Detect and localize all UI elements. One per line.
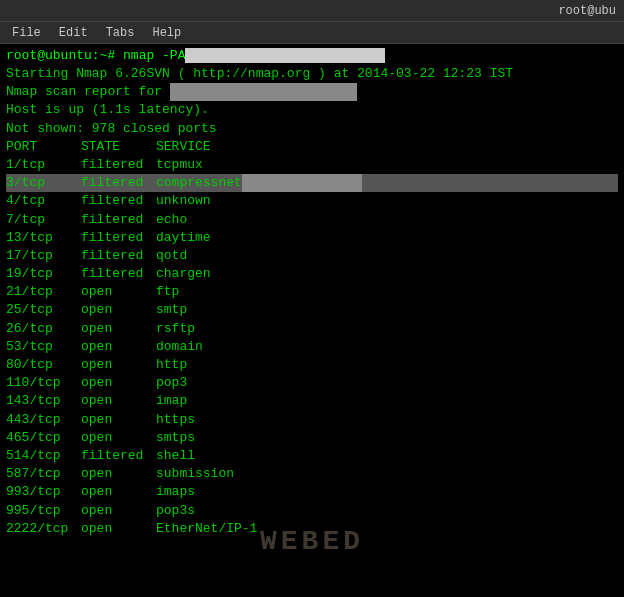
table-row: 993/tcpopenimaps [6,483,618,501]
table-row: 80/tcpopenhttp [6,356,618,374]
table-row: 17/tcpfilteredqotd [6,247,618,265]
table-row: 21/tcpopenftp [6,283,618,301]
prompt-text: root@ubuntu:~# [6,48,123,63]
output-line-redacted: Nmap scan report for [6,83,618,101]
output-line: Host is up (1.1s latency). [6,101,618,119]
table-row: 514/tcpfilteredshell [6,447,618,465]
command-arg-redacted [185,48,385,63]
title-bar-text: root@ubu [558,4,616,18]
output-line: Not shown: 978 closed ports [6,120,618,138]
menu-tabs[interactable]: Tabs [98,24,143,42]
prompt-line: root@ubuntu:~# nmap -PA [6,48,618,63]
table-row: 3/tcpfilteredcompressnet [6,174,618,192]
table-row: 465/tcpopensmtps [6,429,618,447]
menu-bar: File Edit Tabs Help [0,22,624,44]
menu-file[interactable]: File [4,24,49,42]
title-bar: root@ubu [0,0,624,22]
table-row: 7/tcpfilteredecho [6,211,618,229]
redacted-cell [242,174,362,192]
table-header: PORTSTATESERVICE [6,138,618,156]
table-row: 110/tcpopenpop3 [6,374,618,392]
table-row: 2222/tcpopenEtherNet/IP-1 [6,520,618,538]
table-row: 443/tcpopenhttps [6,411,618,429]
table-row: 995/tcpopenpop3s [6,502,618,520]
table-row: 143/tcpopenimap [6,392,618,410]
redacted-ip [170,83,357,101]
table-row: 13/tcpfiltereddaytime [6,229,618,247]
command-text: nmap -PA [123,48,185,63]
output-line: Starting Nmap 6.26SVN ( http://nmap.org … [6,65,618,83]
table-row: 53/tcpopendomain [6,338,618,356]
terminal[interactable]: root@ubuntu:~# nmap -PA Starting Nmap 6.… [0,44,624,597]
menu-help[interactable]: Help [144,24,189,42]
table-row: 587/tcpopensubmission [6,465,618,483]
table-row: 25/tcpopensmtp [6,301,618,319]
table-row: 4/tcpfilteredunknown [6,192,618,210]
table-row: 19/tcpfilteredchargen [6,265,618,283]
terminal-output: Starting Nmap 6.26SVN ( http://nmap.org … [6,65,618,538]
table-row: 26/tcpopenrsftp [6,320,618,338]
table-row: 1/tcpfilteredtcpmux [6,156,618,174]
menu-edit[interactable]: Edit [51,24,96,42]
